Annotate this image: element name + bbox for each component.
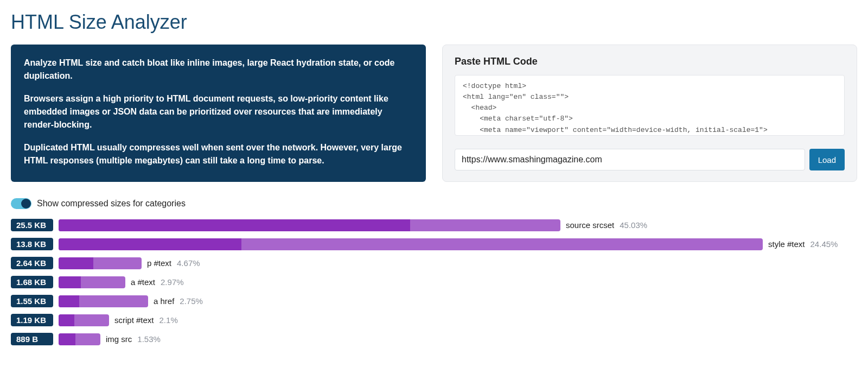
page-title: HTML Size Analyzer [11,11,857,34]
bar-percent: 2.97% [161,277,184,287]
bar-category-label: p #text [147,258,171,268]
bar-percent: 1.53% [137,334,161,344]
bar-track [59,219,560,231]
bar-row[interactable]: 889 Bimg src1.53% [11,333,857,345]
size-bars-chart: 25.5 KBsource srcset45.03%13.8 KBstyle #… [11,219,857,345]
bar-track [59,295,148,307]
load-button[interactable]: Load [809,149,845,170]
size-pill: 1.68 KB [11,276,53,288]
url-input[interactable] [455,149,805,170]
bar-category-label: a #text [131,277,155,287]
info-paragraph: Duplicated HTML usually compresses well … [24,141,413,167]
bar-row[interactable]: 13.8 KBstyle #text24.45% [11,238,857,250]
bar-category-label: img src [106,334,132,344]
bar-row[interactable]: 2.64 KBp #text4.67% [11,257,857,269]
input-panel: Paste HTML Code <!doctype html> <html la… [442,45,857,182]
size-pill: 1.55 KB [11,295,53,307]
bar-track [59,276,125,288]
toggle-row: Show compressed sizes for categories [11,198,857,209]
bar-category-label: a href [154,296,174,306]
size-pill: 889 B [11,333,53,345]
size-pill: 25.5 KB [11,219,53,231]
bar-row[interactable]: 1.19 KBscript #text2.1% [11,314,857,326]
size-pill: 1.19 KB [11,314,53,326]
info-paragraph: Analyze HTML size and catch bloat like i… [24,56,413,83]
html-code-textarea[interactable]: <!doctype html> <html lang="en" class=""… [455,75,845,136]
input-panel-title: Paste HTML Code [455,56,845,67]
bar-category-label: source srcset [566,220,614,230]
bar-percent: 2.1% [159,315,178,325]
info-paragraph: Browsers assign a high priority to HTML … [24,92,413,131]
bar-percent: 4.67% [177,258,200,268]
toggle-label: Show compressed sizes for categories [37,199,186,208]
top-row: Analyze HTML size and catch bloat like i… [11,45,857,182]
size-pill: 2.64 KB [11,257,53,269]
bar-track [59,238,763,250]
bar-track [59,257,142,269]
bar-row[interactable]: 1.68 KBa #text2.97% [11,276,857,288]
size-pill: 13.8 KB [11,238,53,250]
bar-row[interactable]: 1.55 KBa href2.75% [11,295,857,307]
bar-percent: 24.45% [810,239,838,249]
compressed-sizes-toggle[interactable] [11,198,31,209]
toggle-knob [21,199,31,208]
bar-row[interactable]: 25.5 KBsource srcset45.03% [11,219,857,231]
bar-category-label: style #text [768,239,805,249]
bar-percent: 2.75% [180,296,203,306]
bar-track [59,314,109,326]
url-row: Load [455,149,845,170]
bar-track [59,333,100,345]
bar-percent: 45.03% [620,220,647,230]
info-panel: Analyze HTML size and catch bloat like i… [11,45,426,182]
bar-category-label: script #text [114,315,154,325]
